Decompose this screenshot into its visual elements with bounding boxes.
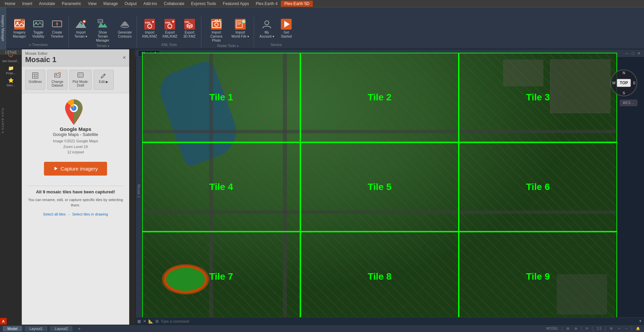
tool-btn-gridlines[interactable]: Gridlines [25, 70, 45, 90]
select-all-tiles-link[interactable]: Select all tiles [43, 212, 65, 216]
mosaic-close-button[interactable]: × [123, 55, 126, 61]
status-plus-icon[interactable]: + [617, 327, 622, 330]
mosaic-body: Google Maps Google Maps - Satellite Imag… [22, 93, 129, 325]
left-sidebar: Set Georef... 📁 Proje... ⭐ Stan... [0, 49, 22, 325]
status-tab-layout2[interactable]: Layout2 [50, 326, 72, 331]
status-settings-icon[interactable]: ⚙ [608, 327, 614, 330]
capture-imagery-button[interactable]: Capture imagery [44, 162, 107, 176]
ribbon-group-raster: Import Camera Photo W Import World File … [202, 16, 254, 47]
plot-mode-icon [77, 72, 84, 79]
main-viewport: Mosaic 1 ─ □ ✕ Mosaic 1 [135, 49, 644, 325]
status-tab-model[interactable]: Model [3, 326, 22, 331]
status-minus-icon[interactable]: − [624, 327, 629, 330]
svg-rect-55 [78, 73, 84, 77]
mosaic-divider [27, 186, 124, 186]
btn-export-kml-label: Export KML/KMZ [162, 31, 177, 39]
mosaic-panel: Mosaic Editor Mosaic 1 × Gridlines [22, 49, 129, 325]
sidebar-btn-project[interactable]: 📁 Proje... [1, 64, 21, 76]
plex-earth-label: PLEX-EARTH 5 [0, 101, 5, 141]
tool-btn-change-dataset[interactable]: Change Dataset [47, 70, 67, 90]
kml-group-label: KML Tools [161, 43, 177, 47]
imagery-manager-side-tab[interactable]: Imagery Manager [0, 7, 6, 49]
menu-item-addins[interactable]: Add-ins [140, 1, 160, 7]
btn-import-terrain[interactable]: Import Terrain ▾ [72, 17, 90, 40]
viewport-maximize-button[interactable]: □ [631, 51, 635, 56]
menu-item-plexearth5d[interactable]: Plex-Earth 5D [281, 1, 313, 7]
status-sep-5 [632, 326, 632, 331]
provider-credit: Image ©2021 Google Maps [53, 139, 98, 143]
viewport-minimize-button[interactable]: ─ [625, 51, 629, 56]
btn-toggle-visibility[interactable]: Toggle Visibility [30, 17, 47, 40]
menu-item-plexearth4[interactable]: Plex.Earth 4 [252, 1, 281, 7]
menu-item-output[interactable]: Output [121, 1, 140, 7]
svg-rect-27 [212, 21, 221, 28]
resolution: 12 in/pixel [67, 150, 84, 154]
wcs-button[interactable]: WCS ... [620, 100, 637, 106]
btn-get-started[interactable]: Get Started [278, 17, 295, 40]
btn-export-3d-kmz[interactable]: KML Export 3D KMZ [181, 17, 198, 40]
select-tiles-drawing-link[interactable]: Select tiles in drawing [72, 212, 108, 216]
compass-top-button[interactable]: TOP [617, 79, 631, 87]
mosaic-links: Select all tiles - Select tiles in drawi… [43, 212, 108, 216]
link-separator: - [68, 212, 70, 216]
menu-item-manage[interactable]: Manage [100, 1, 121, 7]
breadcrumb: [-][Top][ [5, 50, 16, 54]
status-model-label: MODEL [545, 327, 560, 330]
status-tab-add-button[interactable]: + [75, 325, 83, 332]
menu-item-express[interactable]: Express Tools [188, 1, 219, 7]
viewport-close-button[interactable]: ✕ [637, 51, 641, 56]
tool-plot-mode-label: Plot Mode: Draft [72, 80, 89, 87]
tool-btn-plot-mode[interactable]: Plot Mode: Draft [69, 70, 92, 90]
btn-create-timeline-label: Create Timeline [51, 31, 63, 39]
menu-item-home[interactable]: Home [1, 1, 19, 7]
menu-item-insert[interactable]: Insert [19, 1, 36, 7]
status-notifications-icon[interactable]: 🔔 [635, 327, 641, 330]
status-snap-icon[interactable]: ⊕ [573, 327, 579, 330]
status-sep-2 [581, 326, 582, 331]
tile-7: Tile 7 [142, 232, 300, 321]
btn-import-kml[interactable]: KML Import KML/KMZ [140, 17, 159, 40]
autocad-logo: A [0, 318, 7, 325]
tool-gridlines-label: Gridlines [29, 80, 42, 84]
cmd-measure-icon: 📐 [148, 319, 153, 324]
svg-text:KML: KML [145, 21, 151, 24]
capture-play-icon [53, 166, 58, 171]
breadcrumb-bar: [-][Top][ [0, 49, 22, 55]
btn-import-world[interactable]: W Import World File ▾ [230, 17, 251, 40]
btn-get-started-label: Get Started [281, 31, 292, 39]
mosaic-hint-text: You can rename, edit, or capture specifi… [27, 197, 124, 208]
tool-btn-edit[interactable]: Edit ▶ [94, 70, 114, 90]
tool-edit-label: Edit ▶ [99, 80, 108, 84]
btn-imagery-manager[interactable]: GO Imagery Manager [11, 17, 28, 40]
svg-point-40 [265, 21, 269, 25]
btn-create-timeline[interactable]: Create Timeline [48, 17, 66, 40]
menu-item-annotate[interactable]: Annotate [36, 1, 58, 7]
edit-icon [100, 72, 107, 79]
btn-import-camera[interactable]: Import Camera Photo [205, 17, 228, 44]
svg-point-8 [56, 23, 58, 25]
status-zoom-label: 1:1 [595, 327, 603, 330]
btn-generate-contours[interactable]: Generate Contours [116, 17, 134, 40]
svg-point-19 [148, 24, 152, 28]
mosaic-header: Mosaic Editor Mosaic 1 × [22, 49, 129, 66]
btn-import-terrain-label: Import Terrain ▾ [75, 31, 87, 39]
status-view-icon[interactable]: ⟳ [584, 327, 590, 330]
menu-item-view[interactable]: View [85, 1, 100, 7]
btn-my-account[interactable]: My Account ▾ [257, 17, 276, 40]
btn-import-world-label: Import World File ▾ [232, 31, 249, 39]
btn-show-terrain[interactable]: KML Show Terrain Manager [91, 17, 114, 44]
menu-item-featured[interactable]: Featured Apps [219, 1, 252, 7]
svg-rect-45 [33, 73, 38, 79]
capture-button-label: Capture imagery [61, 166, 98, 172]
status-sep-4 [605, 326, 606, 331]
provider-name: Google Maps [60, 126, 91, 132]
menu-item-parametric[interactable]: Parametric [58, 1, 85, 7]
btn-export-kml[interactable]: KML Export KML/KMZ [160, 17, 179, 40]
status-tab-layout1[interactable]: Layout1 [25, 326, 47, 331]
menu-item-collaborate[interactable]: Collaborate [160, 1, 188, 7]
mosaic-viewport-label: Mosaic 1 [136, 57, 141, 325]
sidebar-btn-standards[interactable]: ⭐ Stan... [1, 76, 21, 88]
status-grid-icon[interactable]: ⊞ [565, 327, 571, 330]
compass-w-label: W [612, 81, 615, 85]
command-input[interactable] [161, 319, 639, 323]
